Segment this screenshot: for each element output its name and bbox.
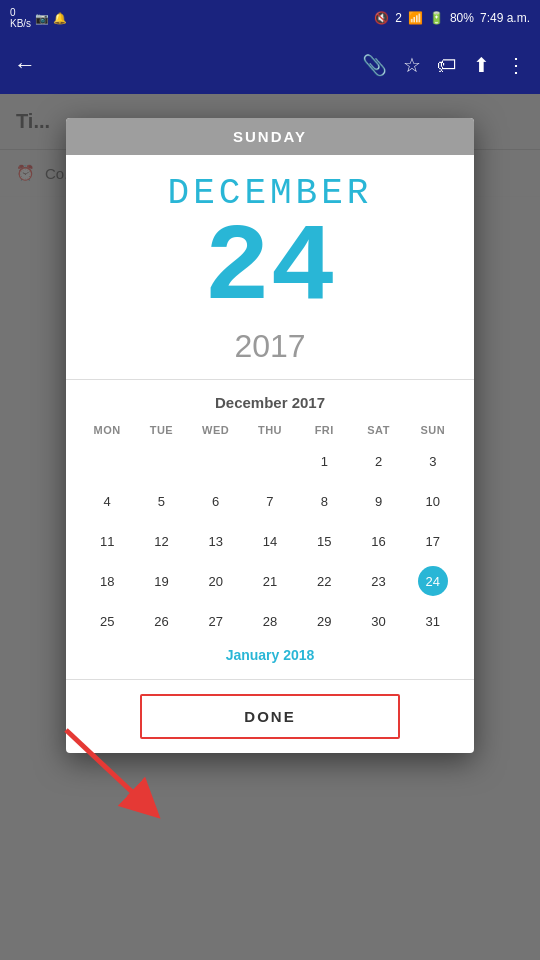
time: 7:49 a.m. <box>480 11 530 25</box>
network-indicator: 0KB/s <box>10 7 31 29</box>
battery-icon: 🔋 <box>429 11 444 25</box>
day-9[interactable]: 9 <box>351 481 405 521</box>
day-11[interactable]: 11 <box>80 521 134 561</box>
status-bar: 0KB/s 📷 🔔 🔇 2 📶 🔋 80% 7:49 a.m. <box>0 0 540 36</box>
day-21[interactable]: 21 <box>243 561 297 601</box>
date-year: 2017 <box>76 328 464 365</box>
calendar-grid: MON TUE WED THU FRI SAT SUN 1 2 3 4 <box>80 419 460 641</box>
day-5[interactable]: 5 <box>134 481 188 521</box>
day-23[interactable]: 23 <box>351 561 405 601</box>
attach-icon[interactable]: 📎 <box>362 53 387 77</box>
day-cell[interactable] <box>80 441 134 481</box>
sim-icon: 2 <box>395 11 402 25</box>
dialog-divider-1 <box>66 379 474 380</box>
next-month-title: January 2018 <box>80 641 460 665</box>
more-icon[interactable]: ⋮ <box>506 53 526 77</box>
day-name-label: SUNDAY <box>233 128 307 145</box>
day-25[interactable]: 25 <box>80 601 134 641</box>
day-8[interactable]: 8 <box>297 481 351 521</box>
day-3[interactable]: 3 <box>406 441 460 481</box>
signal-icon: 📶 <box>408 11 423 25</box>
calendar-week-2: 4 5 6 7 8 9 10 <box>80 481 460 521</box>
status-right: 🔇 2 📶 🔋 80% 7:49 a.m. <box>374 11 530 25</box>
calendar-week-3: 11 12 13 14 15 16 17 <box>80 521 460 561</box>
battery-percent: 80% <box>450 11 474 25</box>
calendar-month-title: December 2017 <box>80 394 460 411</box>
day-4[interactable]: 4 <box>80 481 134 521</box>
calendar-header-row: MON TUE WED THU FRI SAT SUN <box>80 419 460 441</box>
date-day: 24 <box>76 214 464 324</box>
calendar-week-5: 25 26 27 28 29 30 31 <box>80 601 460 641</box>
col-sat: SAT <box>351 419 405 441</box>
calendar-dialog: SUNDAY DECEMBER 24 2017 December 2017 MO… <box>66 118 474 753</box>
col-fri: FRI <box>297 419 351 441</box>
day-10[interactable]: 10 <box>406 481 460 521</box>
day-18[interactable]: 18 <box>80 561 134 601</box>
col-thu: THU <box>243 419 297 441</box>
back-button[interactable]: ← <box>14 52 36 78</box>
day-31[interactable]: 31 <box>406 601 460 641</box>
day-29[interactable]: 29 <box>297 601 351 641</box>
day-14[interactable]: 14 <box>243 521 297 561</box>
day-cell[interactable] <box>243 441 297 481</box>
date-display: DECEMBER 24 2017 <box>66 155 474 375</box>
day-cell[interactable] <box>189 441 243 481</box>
col-sun: SUN <box>406 419 460 441</box>
calendar-container: December 2017 MON TUE WED THU FRI SAT SU… <box>66 384 474 675</box>
day-13[interactable]: 13 <box>189 521 243 561</box>
calendar-week-4: 18 19 20 21 22 23 24 <box>80 561 460 601</box>
day-22[interactable]: 22 <box>297 561 351 601</box>
dialog-footer: DONE <box>66 684 474 753</box>
day-30[interactable]: 30 <box>351 601 405 641</box>
day-15[interactable]: 15 <box>297 521 351 561</box>
day-20[interactable]: 20 <box>189 561 243 601</box>
notification-icon: 🔔 <box>53 12 67 25</box>
day-cell[interactable] <box>134 441 188 481</box>
screenshot-icon: 📷 <box>35 12 49 25</box>
mute-icon: 🔇 <box>374 11 389 25</box>
dialog-day-header: SUNDAY <box>66 118 474 155</box>
day-6[interactable]: 6 <box>189 481 243 521</box>
day-17[interactable]: 17 <box>406 521 460 561</box>
day-27[interactable]: 27 <box>189 601 243 641</box>
tag-icon[interactable]: 🏷 <box>437 54 457 77</box>
day-2[interactable]: 2 <box>351 441 405 481</box>
col-wed: WED <box>189 419 243 441</box>
status-left: 0KB/s 📷 🔔 <box>10 7 67 29</box>
day-7[interactable]: 7 <box>243 481 297 521</box>
day-19[interactable]: 19 <box>134 561 188 601</box>
done-button[interactable]: DONE <box>140 694 400 739</box>
day-16[interactable]: 16 <box>351 521 405 561</box>
day-12[interactable]: 12 <box>134 521 188 561</box>
share-icon[interactable]: ⬆ <box>473 53 490 77</box>
col-mon: MON <box>80 419 134 441</box>
toolbar: ← 📎 ☆ 🏷 ⬆ ⋮ <box>0 36 540 94</box>
day-1[interactable]: 1 <box>297 441 351 481</box>
day-24-selected[interactable]: 24 <box>406 561 460 601</box>
dialog-divider-2 <box>66 679 474 680</box>
day-28[interactable]: 28 <box>243 601 297 641</box>
col-tue: TUE <box>134 419 188 441</box>
star-icon[interactable]: ☆ <box>403 53 421 77</box>
calendar-week-1: 1 2 3 <box>80 441 460 481</box>
day-26[interactable]: 26 <box>134 601 188 641</box>
